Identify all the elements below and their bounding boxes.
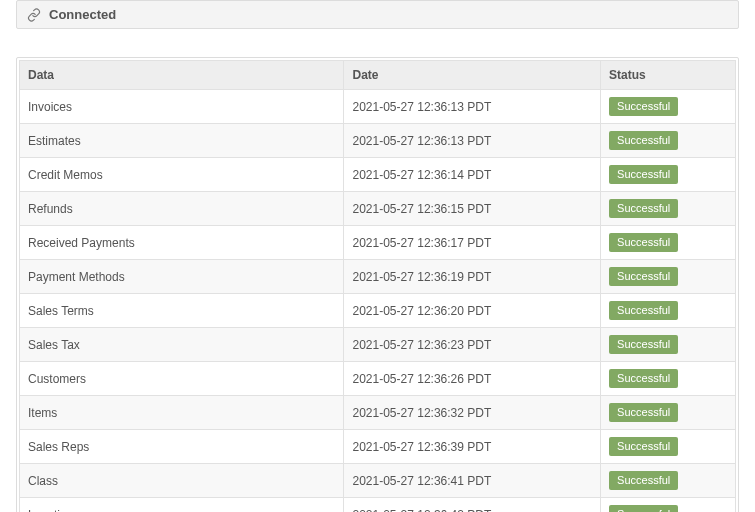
table-row: Refunds2021-05-27 12:36:15 PDTSuccessful xyxy=(20,192,736,226)
status-badge: Successful xyxy=(609,131,678,150)
cell-date: 2021-05-27 12:36:14 PDT xyxy=(344,158,601,192)
table-row: Estimates2021-05-27 12:36:13 PDTSuccessf… xyxy=(20,124,736,158)
status-badge: Successful xyxy=(609,233,678,252)
cell-date: 2021-05-27 12:36:41 PDT xyxy=(344,464,601,498)
cell-date: 2021-05-27 12:36:15 PDT xyxy=(344,192,601,226)
status-badge: Successful xyxy=(609,505,678,512)
cell-status: Successful xyxy=(601,362,736,396)
cell-date: 2021-05-27 12:36:13 PDT xyxy=(344,90,601,124)
status-badge: Successful xyxy=(609,471,678,490)
cell-data: Payment Methods xyxy=(20,260,344,294)
cell-data: Location xyxy=(20,498,344,512)
status-badge: Successful xyxy=(609,369,678,388)
cell-status: Successful xyxy=(601,90,736,124)
cell-date: 2021-05-27 12:36:20 PDT xyxy=(344,294,601,328)
cell-data: Credit Memos xyxy=(20,158,344,192)
column-header-status: Status xyxy=(601,61,736,90)
cell-status: Successful xyxy=(601,260,736,294)
status-badge: Successful xyxy=(609,165,678,184)
cell-date: 2021-05-27 12:36:39 PDT xyxy=(344,430,601,464)
cell-data: Sales Tax xyxy=(20,328,344,362)
cell-status: Successful xyxy=(601,464,736,498)
cell-date: 2021-05-27 12:36:26 PDT xyxy=(344,362,601,396)
status-badge: Successful xyxy=(609,199,678,218)
cell-status: Successful xyxy=(601,396,736,430)
cell-status: Successful xyxy=(601,226,736,260)
table-row: Location2021-05-27 12:36:42 PDTSuccessfu… xyxy=(20,498,736,512)
status-badge: Successful xyxy=(609,301,678,320)
status-badge: Successful xyxy=(609,437,678,456)
status-badge: Successful xyxy=(609,97,678,116)
cell-date: 2021-05-27 12:36:17 PDT xyxy=(344,226,601,260)
status-badge: Successful xyxy=(609,403,678,422)
table-row: Sales Terms2021-05-27 12:36:20 PDTSucces… xyxy=(20,294,736,328)
column-header-data: Data xyxy=(20,61,344,90)
link-icon xyxy=(27,8,41,22)
status-badge: Successful xyxy=(609,335,678,354)
cell-data: Refunds xyxy=(20,192,344,226)
table-row: Credit Memos2021-05-27 12:36:14 PDTSucce… xyxy=(20,158,736,192)
cell-data: Sales Reps xyxy=(20,430,344,464)
table-row: Sales Reps2021-05-27 12:36:39 PDTSuccess… xyxy=(20,430,736,464)
cell-status: Successful xyxy=(601,328,736,362)
cell-status: Successful xyxy=(601,498,736,512)
cell-status: Successful xyxy=(601,192,736,226)
cell-date: 2021-05-27 12:36:19 PDT xyxy=(344,260,601,294)
sync-status-table: Data Date Status Invoices2021-05-27 12:3… xyxy=(19,60,736,512)
cell-status: Successful xyxy=(601,294,736,328)
cell-date: 2021-05-27 12:36:13 PDT xyxy=(344,124,601,158)
cell-data: Class xyxy=(20,464,344,498)
table-row: Payment Methods2021-05-27 12:36:19 PDTSu… xyxy=(20,260,736,294)
cell-data: Items xyxy=(20,396,344,430)
cell-date: 2021-05-27 12:36:32 PDT xyxy=(344,396,601,430)
cell-data: Customers xyxy=(20,362,344,396)
sync-status-table-wrap: Data Date Status Invoices2021-05-27 12:3… xyxy=(16,57,739,512)
table-row: Class2021-05-27 12:36:41 PDTSuccessful xyxy=(20,464,736,498)
table-row: Received Payments2021-05-27 12:36:17 PDT… xyxy=(20,226,736,260)
connected-bar[interactable]: Connected xyxy=(16,0,739,29)
connected-label: Connected xyxy=(49,7,116,22)
cell-date: 2021-05-27 12:36:42 PDT xyxy=(344,498,601,512)
status-badge: Successful xyxy=(609,267,678,286)
cell-status: Successful xyxy=(601,430,736,464)
table-row: Invoices2021-05-27 12:36:13 PDTSuccessfu… xyxy=(20,90,736,124)
cell-date: 2021-05-27 12:36:23 PDT xyxy=(344,328,601,362)
cell-status: Successful xyxy=(601,158,736,192)
table-row: Items2021-05-27 12:36:32 PDTSuccessful xyxy=(20,396,736,430)
cell-data: Estimates xyxy=(20,124,344,158)
cell-data: Sales Terms xyxy=(20,294,344,328)
column-header-date: Date xyxy=(344,61,601,90)
cell-data: Received Payments xyxy=(20,226,344,260)
cell-status: Successful xyxy=(601,124,736,158)
cell-data: Invoices xyxy=(20,90,344,124)
table-row: Customers2021-05-27 12:36:26 PDTSuccessf… xyxy=(20,362,736,396)
table-header-row: Data Date Status xyxy=(20,61,736,90)
table-row: Sales Tax2021-05-27 12:36:23 PDTSuccessf… xyxy=(20,328,736,362)
